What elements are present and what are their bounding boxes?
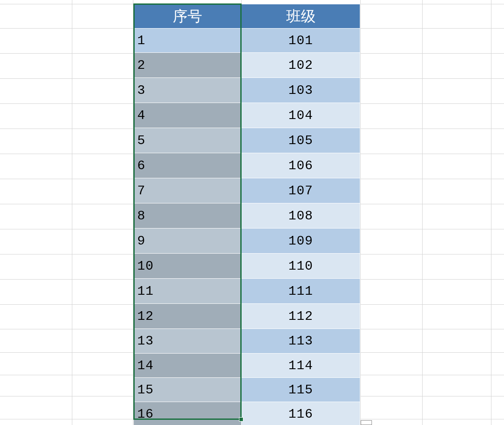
- cell-class[interactable]: 111: [242, 279, 360, 304]
- cell-seq[interactable]: 16: [134, 402, 242, 425]
- cell-seq[interactable]: 9: [134, 229, 242, 254]
- spreadsheet-grid[interactable]: 序号 班级 1101210231034104510561067107810891…: [0, 0, 504, 425]
- cell-seq[interactable]: 11: [134, 279, 242, 304]
- cell-class[interactable]: 115: [242, 378, 360, 402]
- data-table: 序号 班级 1101210231034104510561067107810891…: [133, 4, 360, 425]
- cell-class[interactable]: 105: [242, 128, 360, 153]
- table-row: 12112: [134, 304, 360, 329]
- cell-class[interactable]: 101: [242, 29, 360, 53]
- cell-class[interactable]: 107: [242, 178, 360, 203]
- cell-class[interactable]: 104: [242, 103, 360, 128]
- table-row: 3103: [134, 78, 360, 103]
- grid-line-vertical: [72, 0, 72, 425]
- cell-class[interactable]: 114: [242, 354, 360, 378]
- table-row: 2102: [134, 53, 360, 78]
- cell-class[interactable]: 110: [242, 254, 360, 279]
- cell-seq[interactable]: 8: [134, 203, 242, 229]
- table-row: 15115: [134, 378, 360, 402]
- grid-line-vertical: [491, 0, 491, 425]
- cell-seq[interactable]: 10: [134, 254, 242, 279]
- table-row: 11111: [134, 279, 360, 304]
- cell-class[interactable]: 109: [242, 229, 360, 254]
- cell-class[interactable]: 102: [242, 53, 360, 78]
- cell-seq[interactable]: 14: [134, 354, 242, 378]
- cell-seq[interactable]: 5: [134, 128, 242, 153]
- table-header-row: 序号 班级: [134, 4, 360, 29]
- table-row: 14114: [134, 354, 360, 378]
- header-seq[interactable]: 序号: [134, 4, 242, 29]
- cell-seq[interactable]: 1: [134, 29, 242, 53]
- cell-seq[interactable]: 2: [134, 53, 242, 78]
- header-class[interactable]: 班级: [242, 4, 360, 29]
- fill-handle[interactable]: [239, 417, 243, 422]
- table-row: 6106: [134, 153, 360, 178]
- grid-line-vertical: [360, 0, 361, 425]
- table-row: 7107: [134, 178, 360, 203]
- cell-class[interactable]: 108: [242, 203, 360, 229]
- auto-fill-options-icon[interactable]: [361, 420, 372, 425]
- table-row: 10110: [134, 254, 360, 279]
- table-row: 16116: [134, 402, 360, 425]
- cell-seq[interactable]: 12: [134, 304, 242, 329]
- cell-seq[interactable]: 3: [134, 78, 242, 103]
- cell-seq[interactable]: 6: [134, 153, 242, 178]
- cell-class[interactable]: 106: [242, 153, 360, 178]
- cell-seq[interactable]: 13: [134, 329, 242, 354]
- table-row: 8108: [134, 203, 360, 229]
- cell-class[interactable]: 103: [242, 78, 360, 103]
- cell-class[interactable]: 112: [242, 304, 360, 329]
- table-row: 1101: [134, 29, 360, 53]
- table-row: 5105: [134, 128, 360, 153]
- table-row: 4104: [134, 103, 360, 128]
- cell-class[interactable]: 116: [242, 402, 360, 425]
- cell-seq[interactable]: 7: [134, 178, 242, 203]
- cell-class[interactable]: 113: [242, 329, 360, 354]
- table-row: 9109: [134, 229, 360, 254]
- cell-seq[interactable]: 15: [134, 378, 242, 402]
- grid-line-vertical: [422, 0, 423, 425]
- cell-seq[interactable]: 4: [134, 103, 242, 128]
- table-row: 13113: [134, 329, 360, 354]
